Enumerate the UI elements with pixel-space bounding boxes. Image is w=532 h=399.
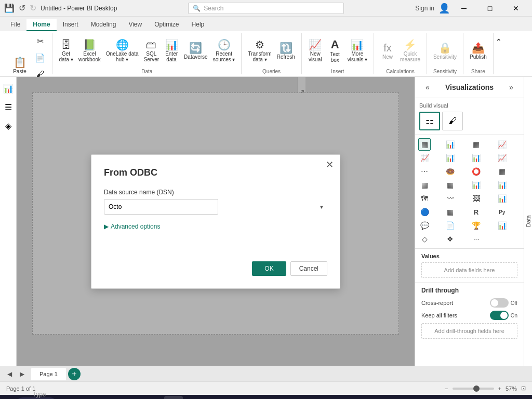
save-icon[interactable]: 💾	[4, 3, 15, 13]
dataverse-btn[interactable]: 🔄 Dataverse	[182, 34, 210, 68]
taskbar-edge-btn[interactable]: e	[73, 396, 91, 399]
viz-clustered-bar[interactable]: 📊	[444, 138, 457, 151]
viz-donut[interactable]: 🍩	[444, 165, 457, 178]
enter-data-btn[interactable]: 📊 Enterdata	[162, 34, 181, 68]
panel-collapse-btn[interactable]: «	[421, 81, 434, 94]
viz-table[interactable]: ▦	[418, 179, 431, 191]
add-page-btn[interactable]: +	[68, 368, 81, 380]
cut-btn[interactable]: ✂	[32, 33, 48, 49]
viz-area[interactable]: 📈	[496, 152, 508, 164]
viz-qna[interactable]: 💬	[418, 219, 431, 232]
excel-workbook-btn[interactable]: 📗 Excelworkbook	[76, 34, 103, 68]
tab-modeling[interactable]: Modeling	[85, 19, 123, 31]
viz-bar-2[interactable]: 📊	[444, 152, 457, 164]
new-visual-btn[interactable]: 📈 Newvisual	[306, 34, 325, 68]
viz-line[interactable]: 📈	[496, 138, 508, 151]
viz-r[interactable]: R	[470, 206, 483, 218]
get-data-btn[interactable]: 🗄 Getdata ▾	[57, 34, 75, 68]
viz-waveline[interactable]: 〰	[444, 192, 457, 205]
viz-stacked-bar-2[interactable]: ▦	[470, 138, 483, 151]
undo-btn[interactable]: ↺	[19, 3, 25, 13]
ribbon-collapse-btn[interactable]: ⌃	[494, 35, 504, 48]
data-tab[interactable]: Data	[524, 77, 532, 366]
text-box-btn[interactable]: A Textbox	[326, 34, 344, 68]
dsn-select[interactable]: Octo Other DSN	[104, 199, 218, 215]
title-search-box[interactable]: 🔍 Search	[188, 3, 344, 14]
user-avatar[interactable]: 👤	[438, 3, 450, 14]
viz-shape-2[interactable]: ❖	[444, 233, 457, 245]
minimize-btn[interactable]: ─	[452, 0, 476, 17]
add-data-fields-box[interactable]: Add data fields here	[421, 262, 517, 278]
tab-help[interactable]: Help	[185, 19, 211, 31]
viz-pie[interactable]: ⭕	[470, 165, 483, 178]
redo-btn[interactable]: ↻	[30, 3, 36, 13]
viz-map[interactable]: 🗺	[418, 192, 431, 205]
advanced-options-toggle[interactable]: ▶ Advanced options	[104, 223, 327, 230]
dialog-close-btn[interactable]: ✕	[326, 159, 334, 170]
viz-table-2[interactable]: ▦	[444, 179, 457, 191]
zoom-out-btn[interactable]: −	[445, 385, 448, 392]
viz-card[interactable]: ▦	[444, 206, 457, 218]
new-measure-btn[interactable]: fx New	[378, 34, 397, 68]
viz-image[interactable]: 🖼	[470, 192, 483, 205]
tab-home[interactable]: Home	[26, 19, 56, 31]
viz-bar-4[interactable]: 📊	[470, 179, 483, 191]
zoom-bar[interactable]	[453, 388, 494, 390]
zoom-in-btn[interactable]: +	[498, 385, 501, 392]
more-visuals-btn[interactable]: 📊 Morevisuals ▾	[345, 34, 369, 68]
status-right: − + 57% ⊡	[445, 385, 526, 392]
viz-shape-1[interactable]: ◇	[418, 233, 431, 245]
close-btn[interactable]: ✕	[504, 0, 528, 17]
report-view-btn[interactable]: 📊	[1, 81, 16, 96]
sql-server-btn[interactable]: 🗃 SQLServer	[142, 34, 161, 68]
build-format-btn[interactable]: 🖌	[442, 112, 463, 130]
build-active-btn[interactable]: ⚏	[419, 112, 440, 130]
taskbar-mail-btn[interactable]: ✉	[141, 396, 160, 399]
onelake-btn[interactable]: 🌐 OneLake datahub ▾	[104, 34, 141, 68]
maximize-btn[interactable]: □	[478, 0, 502, 17]
viz-stacked-bar[interactable]: ▦	[418, 138, 431, 151]
viz-py[interactable]: Py	[496, 206, 508, 218]
sign-in-label[interactable]: Sign in	[415, 5, 434, 12]
cancel-button[interactable]: Cancel	[290, 261, 327, 276]
fit-page-btn[interactable]: ⊡	[521, 385, 526, 392]
zoom-slider[interactable]	[453, 388, 494, 390]
quick-measure-btn[interactable]: ⚡ Quickmeasure	[398, 34, 422, 68]
viz-scatter[interactable]: ⋯	[418, 165, 431, 178]
panel-expand-btn[interactable]: »	[505, 81, 517, 94]
tab-optimize[interactable]: Optimize	[148, 19, 185, 31]
page-next-btn[interactable]: ▶	[17, 369, 27, 379]
page-prev-btn[interactable]: ◀	[4, 369, 15, 379]
publish-btn[interactable]: 📤 Publish	[468, 34, 489, 68]
page-tab-1[interactable]: Page 1	[31, 368, 66, 380]
taskbar-taskview-btn[interactable]: ⧉	[50, 396, 69, 399]
tab-view[interactable]: View	[122, 19, 148, 31]
add-drill-fields-box[interactable]: Add drill-through fields here	[421, 323, 517, 339]
viz-bar-5[interactable]: 📊	[496, 179, 508, 191]
tab-insert[interactable]: Insert	[57, 19, 85, 31]
taskbar-powerbi-btn[interactable]: 📊	[164, 396, 183, 399]
viz-paginated[interactable]: 📄	[444, 219, 457, 232]
ok-button[interactable]: OK	[252, 261, 286, 276]
copy-btn[interactable]: 📄	[32, 50, 48, 65]
viz-matrix[interactable]: ▦	[496, 165, 508, 178]
transform-data-btn[interactable]: ⚙ Transformdata ▾	[246, 34, 273, 68]
taskbar-explorer-btn[interactable]: 📁	[96, 396, 114, 399]
viz-more[interactable]: ···	[470, 233, 483, 245]
table-view-btn[interactable]: ☰	[1, 100, 16, 114]
keep-filters-toggle[interactable]	[490, 311, 509, 320]
sensitivity-btn[interactable]: 🔒 Sensitivity	[431, 34, 459, 68]
viz-decomp[interactable]: 📊	[496, 219, 508, 232]
taskbar-search-area[interactable]: 🔍 Type here to search	[27, 396, 46, 399]
refresh-btn[interactable]: 🔃 Refresh	[275, 34, 297, 68]
viz-line-bar[interactable]: 📈	[418, 152, 431, 164]
viz-bar-6[interactable]: 📊	[496, 192, 508, 205]
viz-kpi[interactable]: 🏆	[470, 219, 483, 232]
model-view-btn[interactable]: ◈	[1, 118, 16, 133]
tab-file[interactable]: File	[4, 19, 26, 31]
taskbar-store-btn[interactable]: 🛍	[118, 396, 137, 399]
viz-gauge[interactable]: 🔵	[418, 206, 431, 218]
viz-bar-3[interactable]: 📊	[470, 152, 483, 164]
recent-sources-btn[interactable]: 🕒 Recentsources ▾	[211, 34, 237, 68]
cross-report-toggle[interactable]	[490, 298, 509, 308]
